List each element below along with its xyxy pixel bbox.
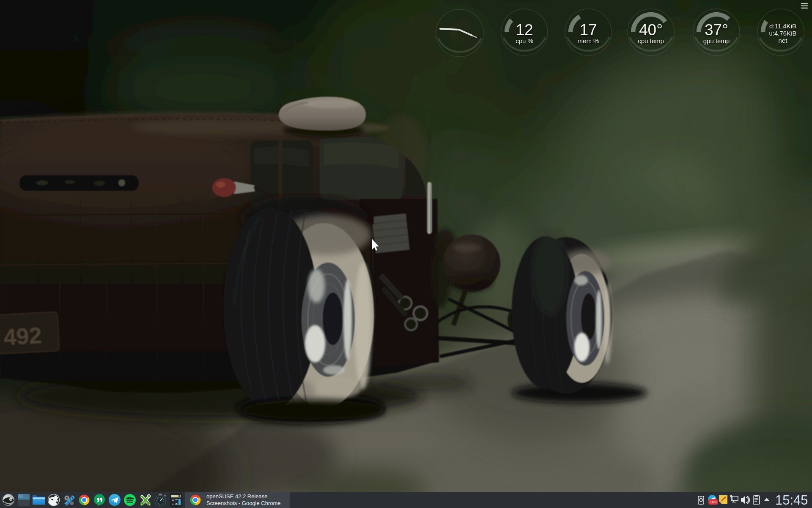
svg-text:169: 169 — [710, 500, 717, 504]
svg-text:×: × — [175, 501, 178, 506]
svg-text:÷: ÷ — [172, 501, 174, 506]
